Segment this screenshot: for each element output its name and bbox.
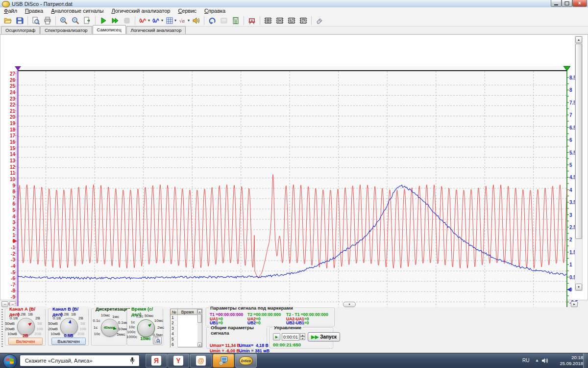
start-button-orb[interactable] — [3, 354, 17, 368]
signal-a-dropdown-icon[interactable]: ▾ — [148, 18, 150, 23]
timebase-zoom-button[interactable] — [153, 337, 162, 344]
table-row[interactable]: 1 — [171, 315, 178, 320]
event-table[interactable]: № Время 123456 ▴ ▾ — [170, 309, 202, 347]
minimize-button[interactable] — [551, 0, 562, 7]
print-preview-icon[interactable] — [30, 15, 42, 26]
signal-b-icon[interactable] — [150, 15, 162, 26]
protocol-1wire-icon[interactable] — [262, 15, 274, 26]
table-row[interactable]: 5 — [171, 337, 178, 342]
restore-button[interactable] — [562, 0, 572, 7]
app-icon — [2, 1, 10, 7]
signal-b-dropdown-icon[interactable]: ▾ — [161, 18, 163, 23]
knob-label: 10мВ — [50, 332, 60, 336]
menu-item-0[interactable]: Файл — [0, 7, 21, 15]
language-indicator[interactable]: RU — [522, 358, 529, 363]
left-axis-tick-label: 20 — [1, 114, 15, 120]
zoom-in-icon[interactable] — [58, 15, 70, 26]
menu-item-3[interactable]: Логический анализатор — [107, 7, 174, 15]
timebase-knob[interactable] — [137, 319, 155, 337]
knob-label: 20В — [77, 332, 84, 336]
formula-icon[interactable]: √α — [177, 15, 189, 26]
menu-item-2[interactable]: Аналоговые сигналы — [47, 7, 107, 15]
protocol-i2c-icon[interactable] — [286, 15, 297, 26]
taskbar-app-installer[interactable] — [213, 354, 234, 368]
print-icon[interactable] — [42, 15, 53, 26]
tab-осциллограф[interactable]: Осциллограф — [1, 26, 40, 34]
channel-b-trace-button[interactable]: – — [1, 301, 8, 307]
table-scrollbar[interactable]: ▴ ▾ — [197, 309, 202, 347]
measure-table-dropdown-icon[interactable]: ▾ — [174, 18, 176, 23]
tray-clock[interactable]: 20:18 25.09.2018 — [558, 355, 583, 367]
knob-label: 0.1с — [93, 318, 100, 323]
knob-label: 0,2с — [136, 314, 143, 318]
start-button[interactable]: ▶▶ Запуск — [308, 332, 340, 342]
channel-a-power-button[interactable]: Включен — [8, 338, 43, 345]
toolbar-separator — [27, 16, 28, 25]
play-icon[interactable] — [98, 15, 109, 26]
menu-item-5[interactable]: Справка — [200, 7, 229, 15]
interval-spinner-arrows[interactable]: ▲▼ — [300, 333, 305, 341]
taskbar-app-usb-disco[interactable]: DiSco — [235, 354, 257, 368]
left-axis-tick-label: 1 — [1, 233, 15, 238]
taskbar-app-mail-ru[interactable]: @ — [190, 354, 212, 368]
calculator-icon[interactable] — [230, 15, 242, 26]
table-row[interactable]: 3 — [171, 326, 178, 331]
splitter-collapse-button[interactable]: ▾ — [343, 302, 356, 307]
panel-drag-handle[interactable] — [1, 309, 3, 347]
open-icon[interactable] — [2, 15, 14, 26]
scroll-down-button[interactable]: ▾ — [575, 284, 582, 290]
knob-label: 100с — [127, 330, 135, 334]
save-icon[interactable] — [14, 15, 25, 26]
export-icon[interactable] — [81, 15, 93, 26]
tab-логический-анализатор[interactable]: Логический анализатор — [126, 26, 186, 34]
scroll-up-button[interactable]: ▴ — [575, 36, 582, 43]
settings-icon[interactable] — [218, 15, 230, 26]
scroll-right-button[interactable]: ▸ — [571, 301, 578, 307]
microphone-icon[interactable] — [130, 357, 134, 365]
volume-icon[interactable] — [542, 358, 549, 365]
right-axis-tick-label: 5 — [569, 162, 572, 168]
channel-a-group: Канал А (В/дел) 0.1В0.2В1В2В5В10В20В50мВ… — [5, 309, 46, 345]
protocol-uart-icon[interactable] — [297, 15, 309, 26]
sampling-value: 40мкс — [103, 325, 115, 330]
right-axis-tick-label: 3 — [569, 212, 572, 218]
taskbar-app-yandex-browser[interactable]: Y — [168, 354, 189, 368]
left-axis-tick-label: -4 — [1, 263, 15, 269]
table-row[interactable]: 2 — [171, 320, 178, 326]
left-axis-tick-label: 2 — [1, 226, 15, 232]
formula-dropdown-icon[interactable]: ▾ — [188, 18, 190, 23]
zoom-out-icon[interactable] — [70, 15, 81, 26]
measure-table-icon[interactable] — [164, 15, 175, 26]
left-axis-tick-label: -7 — [1, 282, 15, 288]
vertical-scrollbar[interactable]: ▴ ▾ — [575, 36, 583, 291]
sound-icon[interactable] — [190, 15, 202, 26]
left-axis-tick-label: -9 — [1, 294, 15, 300]
channel-b-power-button[interactable]: Выключен — [51, 338, 86, 345]
menu-item-4[interactable]: Сервис — [174, 7, 200, 15]
table-row[interactable]: 6 — [171, 342, 178, 347]
signal-a-icon[interactable] — [137, 15, 149, 26]
left-axis-tick-label: 25 — [1, 83, 15, 89]
hidden-icons-arrow[interactable]: ▲ — [535, 358, 539, 363]
vertical-scroll-thumb[interactable] — [575, 44, 582, 239]
show-desktop-button[interactable] — [583, 353, 588, 368]
tab-спектроанализатор[interactable]: Спектроанализатор — [40, 26, 92, 34]
close-button[interactable]: × — [572, 0, 587, 7]
knob-label: 10с — [129, 325, 135, 329]
step-play-button[interactable]: ▶ — [273, 333, 280, 341]
marker-t1-column: T1 =00:00:00:000 UA1=0 UB1=0 — [210, 313, 243, 325]
menu-item-1[interactable]: Правка — [21, 7, 47, 15]
table-row[interactable]: 4 — [171, 331, 178, 337]
stop-icon[interactable] — [121, 15, 133, 26]
tab-самописец[interactable]: Самописец — [93, 25, 126, 34]
undo-icon[interactable] — [206, 15, 218, 26]
chip-eraser-icon[interactable] — [314, 15, 325, 26]
taskbar-search-input[interactable]: Скажите «Слушай, Алиса» — [20, 355, 140, 367]
fast-play-icon[interactable] — [109, 15, 121, 26]
protocol-spi-icon[interactable] — [274, 15, 286, 26]
left-axis-tick-label: 22 — [1, 102, 15, 107]
knob-label: 10мс — [101, 313, 110, 317]
interval-spinner[interactable]: 0:00:01 — [282, 333, 299, 341]
plotter-icon[interactable] — [246, 15, 258, 26]
taskbar-app-yandex-alice[interactable]: Я — [146, 354, 167, 368]
